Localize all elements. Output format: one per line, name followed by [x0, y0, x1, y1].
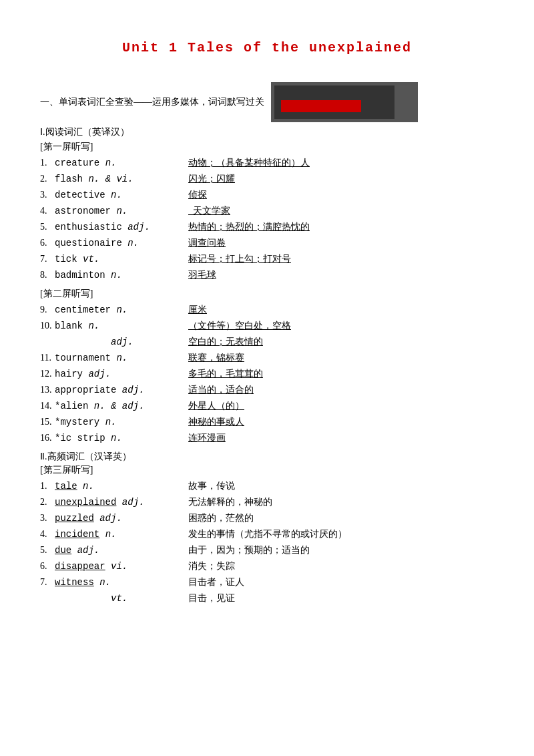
media-red-bar: [281, 100, 361, 112]
vocab-item-3: 3. detective n. 侦探: [40, 189, 494, 201]
listen3-label: [第三屏听写]: [40, 464, 494, 476]
media-block: [271, 82, 418, 122]
listen1-label: [第一屏听写]: [40, 141, 494, 153]
section1-header: 一、单词表词汇全查验——运用多媒体，词词默写过关: [40, 82, 494, 122]
vocab-item-12: 12. hairy adj. 多毛的，毛茸茸的: [40, 368, 494, 380]
vocab-item-4: 4. astronomer n. 天文学家: [40, 205, 494, 217]
vocab-group1: 1. creature n. 动物；（具备某种特征的）人 2. flash n.…: [40, 157, 494, 281]
vocab-item-16: 16. *ic strip n. 连环漫画: [40, 432, 494, 444]
vocab-item-9: 9. centimeter n. 厘米: [40, 304, 494, 316]
vocab-item-7: 7. tick vt. 标记号；打上勾；打对号: [40, 253, 494, 265]
vocab-item-g3-7-sub: vt. 目击，见证: [55, 592, 494, 604]
vocab-item-14: 14. *alien n. & adj. 外星人（的）: [40, 400, 494, 412]
section2: Ⅱ.高频词汇（汉译英）: [40, 451, 494, 463]
listen2-label: [第二屏听写]: [40, 288, 494, 300]
vocab-item-g3-1: 1. tale n. 故事，传说: [40, 480, 494, 492]
vocab-item-g3-2: 2. unexplained adj. 无法解释的，神秘的: [40, 496, 494, 508]
vocab-item-8: 8. badminton n. 羽毛球: [40, 269, 494, 281]
vocab-item-10-sub: adj. 空白的；无表情的: [55, 336, 494, 348]
section1-sub: Ⅰ.阅读词汇（英译汉）: [40, 126, 494, 138]
vocab-item-6: 6. questionaire n. 调查问卷: [40, 237, 494, 249]
section1-header-text: 一、单词表词汇全查验——运用多媒体，词词默写过关: [40, 96, 264, 108]
vocab-item-g3-5: 5. due adj. 由于，因为；预期的；适当的: [40, 544, 494, 556]
vocab-item-5: 5. enthusiastic adj. 热情的；热烈的；满腔热忱的: [40, 221, 494, 233]
vocab-group3: 1. tale n. 故事，传说 2. unexplained adj. 无法解…: [40, 480, 494, 604]
vocab-item-11: 11. tournament n. 联赛，锦标赛: [40, 352, 494, 364]
vocab-group2: 9. centimeter n. 厘米 10. blank n. （文件等）空白…: [40, 304, 494, 444]
vocab-item-g3-3: 3. puzzled adj. 困惑的，茫然的: [40, 512, 494, 524]
vocab-item-1: 1. creature n. 动物；（具备某种特征的）人: [40, 157, 494, 169]
media-inner: [274, 85, 394, 119]
vocab-item-10: 10. blank n. （文件等）空白处，空格: [40, 320, 494, 332]
vocab-item-g3-4: 4. incident n. 发生的事情（尤指不寻常的或讨厌的）: [40, 528, 494, 540]
page-title: Unit 1 Tales of the unexplained: [40, 40, 494, 55]
vocab-item-13: 13. appropriate adj. 适当的，适合的: [40, 384, 494, 396]
section2-label: Ⅱ.高频词汇（汉译英）: [40, 451, 494, 463]
vocab-item-15: 15. *mystery n. 神秘的事或人: [40, 416, 494, 428]
vocab-item-g3-6: 6. disappear vi. 消失；失踪: [40, 560, 494, 572]
vocab-item-g3-7: 7. witness n. 目击者，证人: [40, 576, 494, 588]
vocab-item-2: 2. flash n. & vi. 闪光；闪耀: [40, 173, 494, 185]
